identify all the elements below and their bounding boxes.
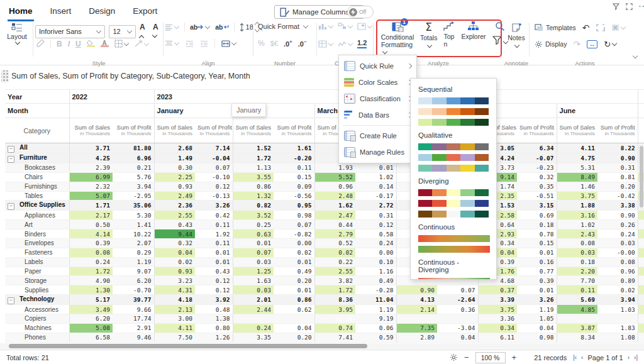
table-cell[interactable]: 5.31 — [557, 163, 597, 173]
table-cell[interactable]: 1.16 — [355, 267, 396, 276]
table-cell[interactable]: 0.11 — [557, 285, 597, 295]
palette-discrete-swatch[interactable] — [418, 200, 489, 207]
table-cell[interactable]: 1.13 — [233, 163, 274, 173]
table-cell[interactable]: 1.88 — [557, 201, 597, 211]
borders-button[interactable] — [114, 40, 129, 48]
bold-button[interactable]: B — [57, 40, 62, 48]
zoom-level-value[interactable]: 100 % — [475, 352, 506, 363]
text-wrap-button[interactable]: ab — [215, 23, 228, 31]
table-cell[interactable]: 3.92 — [195, 295, 233, 305]
table-cell[interactable]: 1.62 — [314, 201, 355, 211]
table-cell[interactable]: 3.23 — [154, 276, 195, 285]
table-cell[interactable]: 1.03 — [597, 305, 638, 314]
table-cell[interactable]: 2.32 — [69, 182, 113, 191]
table-cell[interactable]: 2.72 — [355, 201, 396, 211]
table-cell[interactable]: 3.15 — [517, 201, 557, 211]
table-cell[interactable]: 7.14 — [195, 143, 233, 153]
table-cell[interactable]: 0.24 — [69, 257, 113, 267]
table-cell[interactable]: 3.95 — [314, 305, 355, 314]
table-cell[interactable]: 7.70 — [557, 276, 597, 285]
table-cell[interactable]: 4.90 — [69, 276, 113, 285]
table-cell[interactable]: -0.10 — [195, 172, 233, 182]
table-cell[interactable]: 2.13 — [154, 305, 195, 314]
table-cell[interactable]: -0.20 — [274, 153, 314, 163]
menu-item-create-rule[interactable]: Create Rule — [339, 128, 416, 144]
row-category[interactable]: Storage — [5, 276, 69, 285]
table-cell[interactable]: 0.04 — [274, 323, 314, 333]
table-cell[interactable]: 0.42 — [195, 211, 233, 220]
table-cell[interactable]: 1.46 — [557, 182, 597, 191]
table-cell[interactable]: 3.38 — [597, 201, 638, 211]
table-cell[interactable]: 0.93 — [154, 267, 195, 276]
row-category[interactable]: Accessories — [5, 305, 69, 314]
row-category[interactable]: Tables — [5, 191, 69, 201]
row-category[interactable]: −All — [5, 143, 69, 153]
table-cell[interactable]: 3.35 — [233, 333, 274, 342]
table-cell[interactable]: 0.98 — [517, 333, 557, 342]
table-cell[interactable]: 3.75 — [478, 305, 517, 314]
row-category[interactable]: Copiers — [5, 314, 69, 324]
table-cell[interactable]: 1.41 — [113, 220, 154, 229]
table-cell[interactable]: 3.36 — [478, 314, 517, 324]
table-cell[interactable]: -0.56 — [274, 191, 314, 201]
table-cell[interactable]: -0.17 — [355, 191, 396, 201]
table-cell[interactable]: 4.25 — [69, 153, 113, 163]
table-cell[interactable]: 0.09 — [274, 182, 314, 191]
table-cell[interactable]: 0.24 — [355, 239, 396, 248]
table-cell[interactable]: 35.06 — [113, 201, 154, 211]
increase-font-button[interactable]: A — [140, 23, 149, 40]
table-cell[interactable] — [597, 314, 638, 324]
table-cell[interactable]: 1.32 — [233, 191, 274, 201]
table-cell[interactable]: -0.82 — [274, 229, 314, 239]
horizontal-scrollbar[interactable] — [0, 343, 644, 349]
table-cell[interactable]: 0.78 — [517, 229, 557, 239]
table-cell[interactable]: 0.07 — [233, 248, 274, 257]
table-cell[interactable]: 0.31 — [355, 211, 396, 220]
menu-item-manage-rules[interactable]: Manage Rules — [339, 144, 416, 160]
table-cell[interactable]: 0.26 — [597, 220, 638, 229]
cell-size-button[interactable] — [221, 40, 236, 47]
table-cell[interactable]: 8.36 — [314, 295, 355, 305]
zoom-out-button[interactable]: − — [464, 353, 469, 362]
redo-icon[interactable]: ↷ — [573, 39, 580, 49]
collapse-toggle-icon[interactable]: − — [8, 297, 14, 304]
table-cell[interactable]: 0.52 — [314, 239, 355, 248]
table-cell[interactable]: 0.63 — [233, 229, 274, 239]
table-cell[interactable]: 4.31 — [154, 285, 195, 295]
table-cell[interactable]: 9.66 — [113, 305, 154, 314]
quick-format-select[interactable]: Quick Format — [258, 23, 308, 30]
table-cell[interactable]: 0.86 — [233, 182, 274, 191]
palette-discrete-swatch[interactable] — [418, 119, 489, 126]
table-cell[interactable]: 2.49 — [154, 191, 195, 201]
format-painter-icon[interactable] — [35, 39, 45, 48]
align-vertical-button[interactable] — [165, 40, 179, 47]
table-cell[interactable]: 0.12 — [195, 285, 233, 295]
decrease-font-button[interactable]: A — [153, 23, 162, 40]
table-cell[interactable]: 5.17 — [69, 295, 113, 305]
table-cell[interactable]: 0.69 — [517, 211, 557, 220]
row-category[interactable]: Fasteners — [5, 248, 69, 257]
table-cell[interactable]: -2.64 — [437, 295, 478, 305]
table-cell[interactable]: 1.38 — [195, 314, 233, 324]
table-cell[interactable]: 3.00 — [154, 314, 195, 324]
table-cell[interactable]: 0.02 — [274, 248, 314, 257]
table-cell[interactable]: 6.99 — [69, 172, 113, 182]
table-cell[interactable]: 2.25 — [154, 172, 195, 182]
table-cell[interactable]: 0.30 — [154, 163, 195, 173]
next-page-button[interactable]: › — [628, 354, 630, 361]
table-cell[interactable]: 1.72 — [69, 267, 113, 276]
explorer-button[interactable]: Explorer — [461, 21, 486, 40]
table-cell[interactable] — [396, 314, 437, 324]
fit-width-icon[interactable]: ↔ — [587, 40, 597, 48]
more-options-icon[interactable]: ··· — [639, 3, 644, 10]
table-cell[interactable]: 1.83 — [597, 323, 638, 333]
undo-icon[interactable]: ↶ — [582, 23, 590, 33]
table-cell[interactable]: 0.35 — [517, 182, 557, 191]
table-cell[interactable]: 0.06 — [355, 323, 396, 333]
table-cell[interactable]: -0.13 — [195, 191, 233, 201]
table-cell[interactable]: 0.98 — [274, 211, 314, 220]
export-excel-button[interactable] — [611, 24, 626, 31]
fill-color-button[interactable] — [87, 40, 95, 47]
collapse-toggle-icon[interactable]: − — [8, 156, 14, 163]
table-cell[interactable]: 0.39 — [517, 276, 557, 285]
